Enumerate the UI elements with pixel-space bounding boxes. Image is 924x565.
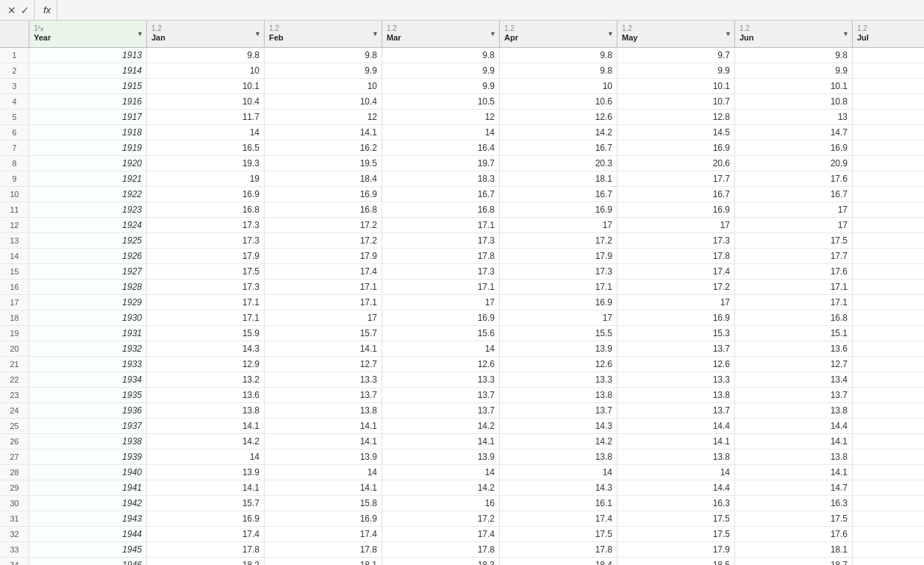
cell-jan[interactable]: 17.3 <box>147 280 265 294</box>
cell-jun[interactable]: 16.8 <box>735 310 853 325</box>
cell-year[interactable]: 1924 <box>29 218 147 232</box>
cell-jul[interactable] <box>853 63 924 78</box>
cell-mar[interactable]: 13.9 <box>382 449 500 464</box>
cell-year[interactable]: 1915 <box>29 79 147 93</box>
cell-jul[interactable] <box>853 141 924 155</box>
cell-mar[interactable]: 9.9 <box>382 63 500 78</box>
cell-jul[interactable] <box>853 403 924 418</box>
cell-jan[interactable]: 16.9 <box>147 511 265 526</box>
cell-jul[interactable] <box>853 156 924 171</box>
cell-may[interactable]: 14.4 <box>617 419 735 433</box>
cell-jul[interactable] <box>853 264 924 279</box>
cell-jan[interactable]: 14.2 <box>147 434 265 449</box>
cell-mar[interactable]: 18.3 <box>382 171 500 186</box>
cell-jan[interactable]: 17.1 <box>147 310 265 325</box>
cell-jun[interactable]: 15.1 <box>735 326 853 341</box>
cell-apr[interactable]: 16.9 <box>500 295 617 310</box>
cell-year[interactable]: 1926 <box>29 249 147 263</box>
cell-jan[interactable]: 10.1 <box>147 79 265 93</box>
cell-apr[interactable]: 18.1 <box>500 171 617 186</box>
cell-jun[interactable]: 14.1 <box>735 434 853 449</box>
cell-may[interactable]: 13.3 <box>617 372 735 387</box>
cell-jul[interactable] <box>853 218 924 232</box>
cell-feb[interactable]: 10.4 <box>265 94 382 109</box>
cell-apr[interactable]: 12.6 <box>500 357 617 372</box>
cell-year[interactable]: 1925 <box>29 233 147 248</box>
cell-feb[interactable]: 14.1 <box>265 125 382 140</box>
cell-feb[interactable]: 17.4 <box>265 264 382 279</box>
cell-may[interactable]: 16.3 <box>617 496 735 511</box>
cell-may[interactable]: 17.3 <box>617 233 735 248</box>
cell-mar[interactable]: 16 <box>382 496 500 511</box>
cell-year[interactable]: 1937 <box>29 419 147 433</box>
cell-feb[interactable]: 18.4 <box>265 171 382 186</box>
cell-apr[interactable]: 12.6 <box>500 110 617 124</box>
cell-jul[interactable] <box>853 511 924 526</box>
cell-may[interactable]: 16.9 <box>617 310 735 325</box>
cell-mar[interactable]: 9.8 <box>382 48 500 63</box>
cell-jul[interactable] <box>853 249 924 263</box>
cell-jan[interactable]: 10 <box>147 63 265 78</box>
cell-jun[interactable]: 16.9 <box>735 141 853 155</box>
cell-year[interactable]: 1914 <box>29 63 147 78</box>
cell-jan[interactable]: 15.7 <box>147 496 265 511</box>
cell-jun[interactable]: 14.7 <box>735 480 853 495</box>
cell-jan[interactable]: 13.9 <box>147 465 265 480</box>
cell-jan[interactable]: 18.2 <box>147 558 265 565</box>
checkmark-icon[interactable]: ✓ <box>21 4 29 16</box>
cell-jun[interactable]: 16.7 <box>735 187 853 202</box>
cell-mar[interactable]: 17.3 <box>382 233 500 248</box>
cell-feb[interactable]: 9.8 <box>265 48 382 63</box>
cell-year[interactable]: 1932 <box>29 341 147 356</box>
cell-feb[interactable]: 16.9 <box>265 511 382 526</box>
cell-feb[interactable]: 14.1 <box>265 419 382 433</box>
cell-feb[interactable]: 15.7 <box>265 326 382 341</box>
cell-year[interactable]: 1934 <box>29 372 147 387</box>
cell-jan[interactable]: 17.3 <box>147 233 265 248</box>
cell-may[interactable]: 16.7 <box>617 187 735 202</box>
cell-year[interactable]: 1916 <box>29 94 147 109</box>
cell-feb[interactable]: 12 <box>265 110 382 124</box>
cell-feb[interactable]: 14.1 <box>265 341 382 356</box>
cell-jul[interactable] <box>853 295 924 310</box>
cell-year[interactable]: 1917 <box>29 110 147 124</box>
cell-may[interactable]: 15.3 <box>617 326 735 341</box>
cell-may[interactable]: 14 <box>617 465 735 480</box>
cell-jun[interactable]: 14.7 <box>735 125 853 140</box>
col-header-jun[interactable]: 1.2 Jun ▼ <box>735 21 853 47</box>
cell-jul[interactable] <box>853 79 924 93</box>
cell-may[interactable]: 16.9 <box>617 141 735 155</box>
cell-jul[interactable] <box>853 326 924 341</box>
cell-jun[interactable]: 20.9 <box>735 156 853 171</box>
cell-may[interactable]: 13.8 <box>617 388 735 402</box>
cell-year[interactable]: 1942 <box>29 496 147 511</box>
cell-jan[interactable]: 17.1 <box>147 295 265 310</box>
cell-jun[interactable]: 16.3 <box>735 496 853 511</box>
cell-feb[interactable]: 10 <box>265 79 382 93</box>
cell-jul[interactable] <box>853 94 924 109</box>
cell-jan[interactable]: 16.8 <box>147 202 265 217</box>
col-header-apr[interactable]: 1.2 Apr ▼ <box>500 21 617 47</box>
cell-mar[interactable]: 14.2 <box>382 480 500 495</box>
cell-year[interactable]: 1944 <box>29 527 147 541</box>
cell-mar[interactable]: 14 <box>382 125 500 140</box>
close-icon[interactable]: ✕ <box>7 4 16 16</box>
cell-apr[interactable]: 10 <box>500 79 617 93</box>
cell-year[interactable]: 1929 <box>29 295 147 310</box>
cell-jan[interactable]: 17.9 <box>147 249 265 263</box>
cell-year[interactable]: 1919 <box>29 141 147 155</box>
cell-year[interactable]: 1920 <box>29 156 147 171</box>
cell-jun[interactable]: 17.6 <box>735 171 853 186</box>
cell-jul[interactable] <box>853 187 924 202</box>
cell-apr[interactable]: 17.9 <box>500 249 617 263</box>
cell-feb[interactable]: 17.9 <box>265 249 382 263</box>
cell-jun[interactable]: 17.7 <box>735 249 853 263</box>
cell-may[interactable]: 18.5 <box>617 558 735 565</box>
col-arrow-jan[interactable]: ▼ <box>254 30 261 38</box>
cell-feb[interactable]: 9.9 <box>265 63 382 78</box>
cell-year[interactable]: 1939 <box>29 449 147 464</box>
cell-apr[interactable]: 16.7 <box>500 187 617 202</box>
cell-jan[interactable]: 12.9 <box>147 357 265 372</box>
cell-jun[interactable]: 13.8 <box>735 403 853 418</box>
cell-apr[interactable]: 17.2 <box>500 233 617 248</box>
